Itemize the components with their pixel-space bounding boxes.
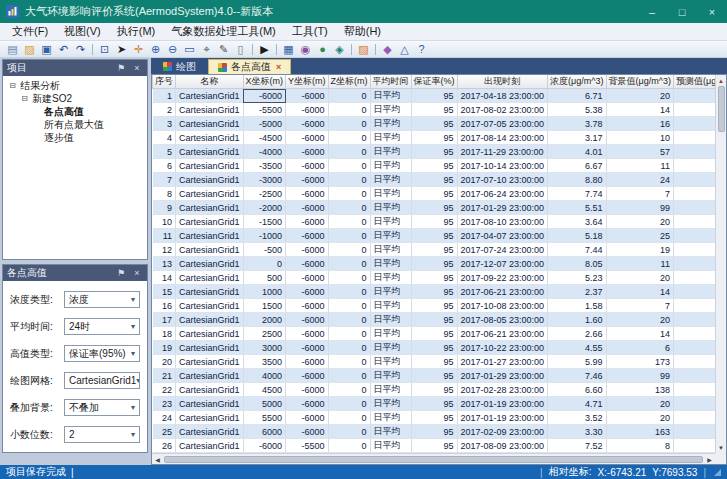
run-icon[interactable]: ▶ (256, 42, 273, 57)
table-cell[interactable]: 95 (411, 257, 457, 271)
table-cell[interactable]: 7.52 (548, 439, 606, 453)
table-cell[interactable]: 7 (606, 299, 673, 313)
table-cell[interactable]: 4 (153, 131, 176, 145)
table-cell[interactable]: 95 (411, 299, 457, 313)
decimal-places-select[interactable]: 2▾ (64, 426, 140, 443)
table-cell[interactable]: 日平均 (370, 131, 411, 145)
table-cell[interactable]: 6.67 (548, 159, 606, 173)
table-cell[interactable]: 2017-06-24 23:00:00 (457, 187, 548, 201)
table-cell[interactable]: -2500 (243, 187, 286, 201)
table-cell[interactable]: 24 (606, 173, 673, 187)
help-icon[interactable]: ? (413, 42, 430, 57)
table-cell[interactable]: 日平均 (370, 243, 411, 257)
high-value-type-select[interactable]: 保证率(95%)▾ (64, 345, 140, 362)
overlay-background-select[interactable]: 不叠加▾ (64, 399, 140, 416)
table-cell[interactable]: 19 (153, 341, 176, 355)
table-cell[interactable]: CartesianGrid1 (176, 159, 244, 173)
table-cell[interactable]: CartesianGrid1 (176, 327, 244, 341)
horizontal-scroll-thumb[interactable] (164, 456, 703, 463)
table-cell[interactable]: 14 (606, 327, 673, 341)
table-cell[interactable]: 日平均 (370, 425, 411, 439)
tree-item[interactable]: 逐步值 (3, 131, 147, 144)
table-cell[interactable]: 2017-08-14 23:00:00 (457, 131, 548, 145)
table-cell[interactable]: 2017-06-21 23:00:00 (457, 327, 548, 341)
tab-high-values[interactable]: 各点高值× (208, 59, 291, 74)
table-cell[interactable]: -6000 (286, 397, 329, 411)
table-cell[interactable]: CartesianGrid1 (176, 89, 244, 103)
table-cell[interactable]: -6000 (286, 313, 329, 327)
table-cell[interactable]: 9 (153, 201, 176, 215)
table-cell[interactable]: 1500 (243, 299, 286, 313)
table-cell[interactable]: 4000 (243, 369, 286, 383)
table-cell[interactable]: 2017-07-24 23:00:00 (457, 243, 548, 257)
table-cell[interactable]: -6000 (286, 131, 329, 145)
table-cell[interactable]: 20 (606, 397, 673, 411)
table-cell[interactable]: 25 (153, 425, 176, 439)
table-cell[interactable]: 3.30 (548, 425, 606, 439)
pan-hand-icon[interactable]: ✛ (130, 42, 147, 57)
table-cell[interactable]: -6000 (243, 439, 286, 453)
table-cell[interactable]: 20 (606, 89, 673, 103)
table-cell[interactable]: 2017-01-19 23:00:00 (457, 397, 548, 411)
table-cell[interactable]: 14 (606, 285, 673, 299)
tab-close-icon[interactable]: × (276, 62, 281, 72)
tree-item[interactable]: ⊟新建SO2 (3, 92, 147, 105)
table-cell[interactable]: 16 (606, 117, 673, 131)
table-cell[interactable]: 7.74 (548, 187, 606, 201)
table-cell[interactable]: 95 (411, 131, 457, 145)
table-cell[interactable]: 95 (411, 159, 457, 173)
table-cell[interactable]: 173 (606, 355, 673, 369)
table-cell[interactable]: 99 (606, 201, 673, 215)
table-cell[interactable]: -1500 (243, 215, 286, 229)
table-cell[interactable]: CartesianGrid1 (176, 145, 244, 159)
table-cell[interactable]: -6000 (286, 173, 329, 187)
table-cell[interactable]: 99 (606, 369, 673, 383)
table-cell[interactable]: -500 (243, 243, 286, 257)
table-cell[interactable]: 16 (153, 299, 176, 313)
table-cell[interactable]: 0 (328, 243, 370, 257)
table-cell[interactable]: 24 (153, 411, 176, 425)
table-cell[interactable]: 3 (153, 117, 176, 131)
undo-icon[interactable]: ↶ (55, 42, 72, 57)
table-cell[interactable]: 2017-08-10 23:00:00 (457, 215, 548, 229)
column-header[interactable]: 序号 (153, 75, 176, 89)
measure-icon[interactable]: ⌖ (198, 42, 215, 57)
table-cell[interactable]: 日平均 (370, 145, 411, 159)
table-cell[interactable]: 10 (153, 215, 176, 229)
table-cell[interactable]: 2017-10-08 23:00:00 (457, 299, 548, 313)
table-cell[interactable]: CartesianGrid1 (176, 187, 244, 201)
table-cell[interactable]: 8.05 (548, 257, 606, 271)
table-cell[interactable]: 日平均 (370, 439, 411, 453)
close-button[interactable]: × (697, 0, 727, 23)
table-cell[interactable]: 日平均 (370, 187, 411, 201)
pin-icon[interactable]: ⚑ (115, 268, 127, 278)
table-cell[interactable]: -6000 (286, 355, 329, 369)
table-cell[interactable]: CartesianGrid1 (176, 117, 244, 131)
table-cell[interactable]: -6000 (286, 327, 329, 341)
table-cell[interactable]: 2017-09-22 23:00:00 (457, 271, 548, 285)
table-cell[interactable]: 2017-01-29 23:00:00 (457, 369, 548, 383)
table-cell[interactable]: 6 (606, 341, 673, 355)
table-cell[interactable]: 95 (411, 313, 457, 327)
table-cell[interactable]: 6 (153, 159, 176, 173)
table-cell[interactable]: 500 (243, 271, 286, 285)
table-cell[interactable]: CartesianGrid1 (176, 355, 244, 369)
plot-grid-select[interactable]: CartesianGrid1▾ (64, 372, 140, 389)
table-cell[interactable]: 2017-02-09 23:00:00 (457, 425, 548, 439)
table-cell[interactable]: 95 (411, 397, 457, 411)
table-cell[interactable]: 0 (328, 201, 370, 215)
table-cell[interactable]: 5.23 (548, 271, 606, 285)
table-cell[interactable]: 20 (606, 271, 673, 285)
close-icon[interactable]: × (131, 268, 143, 278)
table-cell[interactable]: 12 (153, 243, 176, 257)
table-cell[interactable]: -6000 (286, 299, 329, 313)
fit-view-icon[interactable]: ⊡ (96, 42, 113, 57)
table-cell[interactable]: 4.01 (548, 145, 606, 159)
table-cell[interactable]: 2017-04-07 23:00:00 (457, 229, 548, 243)
column-header[interactable]: X坐标(m) (243, 75, 286, 89)
annotate-icon[interactable]: ✎ (215, 42, 232, 57)
table-cell[interactable]: 18 (153, 327, 176, 341)
table-cell[interactable]: -6000 (286, 145, 329, 159)
table-cell[interactable]: 0 (328, 285, 370, 299)
pointer-icon[interactable]: ➤ (113, 42, 130, 57)
